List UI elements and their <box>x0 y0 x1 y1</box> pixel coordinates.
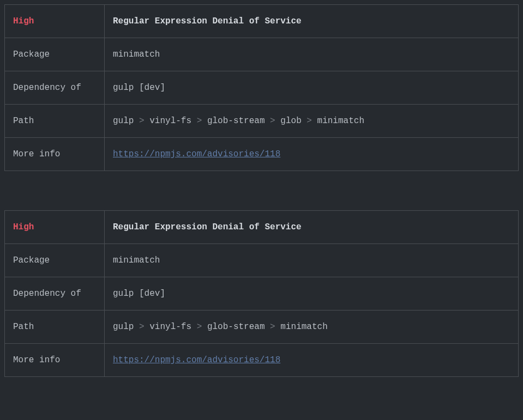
advisory-link[interactable]: https://npmjs.com/advisories/118 <box>113 149 280 159</box>
dependency-of-label: Dependency of <box>5 71 105 105</box>
package-label: Package <box>5 38 105 71</box>
path-segment: glob-stream <box>207 116 265 126</box>
table-row: More info https://npmjs.com/advisories/1… <box>5 344 519 377</box>
path-segment: gulp <box>113 322 134 332</box>
path-segment: vinyl-fs <box>149 116 191 126</box>
table-row: Dependency of gulp [dev] <box>5 277 519 311</box>
path-separator-icon: > <box>306 116 312 126</box>
table-row: Dependency of gulp [dev] <box>5 71 519 105</box>
path-segment: vinyl-fs <box>149 322 191 332</box>
table-row: Path gulp > vinyl-fs > glob-stream > glo… <box>5 105 519 138</box>
dependency-of-value: gulp [dev] <box>105 71 519 105</box>
path-segment: glob-stream <box>207 322 265 332</box>
table-row: High Regular Expression Denial of Servic… <box>5 211 519 244</box>
path-value: gulp > vinyl-fs > glob-stream > minimatc… <box>105 311 519 344</box>
table-row: Package minimatch <box>5 244 519 277</box>
path-separator-icon: > <box>270 116 275 126</box>
path-segment: gulp <box>113 116 134 126</box>
path-label: Path <box>5 105 105 138</box>
more-info-label: More info <box>5 344 105 377</box>
path-separator-icon: > <box>139 322 145 332</box>
package-value: minimatch <box>105 38 519 71</box>
path-separator-icon: > <box>270 322 275 332</box>
dependency-of-label: Dependency of <box>5 277 105 311</box>
table-row: Path gulp > vinyl-fs > glob-stream > min… <box>5 311 519 344</box>
table-row: High Regular Expression Denial of Servic… <box>5 5 519 38</box>
severity-label: High <box>13 222 34 232</box>
path-value: gulp > vinyl-fs > glob-stream > glob > m… <box>105 105 519 138</box>
advisory-title: Regular Expression Denial of Service <box>113 222 302 232</box>
advisory-title: Regular Expression Denial of Service <box>113 16 302 26</box>
path-label: Path <box>5 311 105 344</box>
path-separator-icon: > <box>197 116 202 126</box>
advisory-table: High Regular Expression Denial of Servic… <box>4 4 519 171</box>
path-segment: glob <box>280 116 301 126</box>
package-label: Package <box>5 244 105 277</box>
advisory-table: High Regular Expression Denial of Servic… <box>4 210 519 377</box>
more-info-label: More info <box>5 138 105 171</box>
path-separator-icon: > <box>139 116 145 126</box>
dependency-of-value: gulp [dev] <box>105 277 519 311</box>
table-row: Package minimatch <box>5 38 519 71</box>
table-row: More info https://npmjs.com/advisories/1… <box>5 138 519 171</box>
path-segment: minimatch <box>317 116 364 126</box>
path-separator-icon: > <box>197 322 202 332</box>
package-value: minimatch <box>105 244 519 277</box>
advisory-link[interactable]: https://npmjs.com/advisories/118 <box>113 355 280 365</box>
path-segment: minimatch <box>280 322 327 332</box>
severity-label: High <box>13 16 34 26</box>
